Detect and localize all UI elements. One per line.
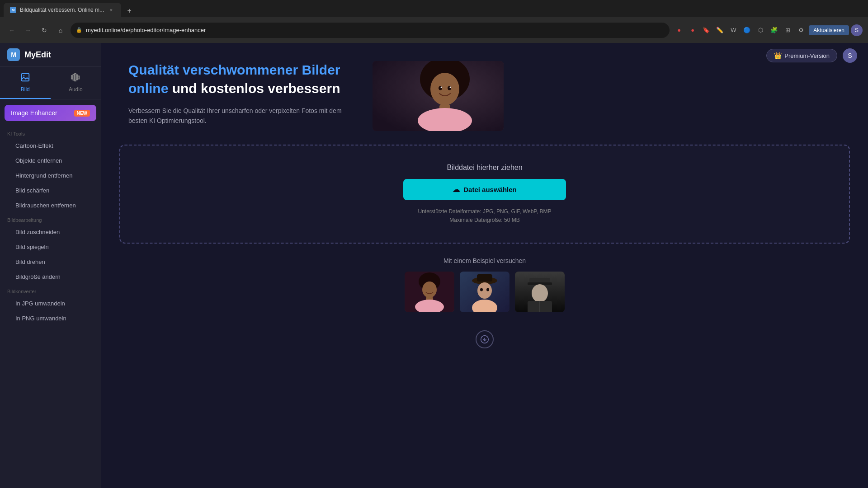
tab-favicon: M [10, 7, 16, 13]
svg-rect-4 [75, 74, 76, 81]
audio-icon [71, 72, 80, 84]
example-thumb-2[interactable] [460, 272, 509, 312]
svg-point-16 [450, 87, 451, 88]
sidebar: M MyEdit Bild [0, 43, 101, 488]
hero-image [373, 61, 504, 131]
sidebar-item-bild-schaerfen[interactable]: Bild schärfen [3, 183, 98, 197]
svg-rect-6 [78, 76, 80, 79]
tab-audio-label: Audio [69, 86, 83, 93]
svg-point-29 [486, 288, 489, 291]
image-enhancer-label: Image Enhancer [11, 109, 57, 117]
sidebar-item-bild-spiegeln[interactable]: Bild spiegeln [3, 240, 98, 254]
tab-title: Bildqualität verbessern. Online m... [20, 7, 104, 13]
example-thumbnails [405, 272, 565, 312]
upload-section: Bilddatei hierher ziehen ☁ Datei auswähl… [119, 145, 850, 244]
upload-button[interactable]: ☁ Datei auswählen [403, 179, 566, 200]
toolbar-icon-7[interactable]: ⬡ [755, 24, 766, 36]
image-enhancer-item[interactable]: Image Enhancer NEW [5, 105, 96, 121]
hero-title-rest: und kostenlos verbessern [172, 81, 340, 96]
hero-title-accent: online [128, 81, 168, 96]
sidebar-item-bildrauschen-entfernen[interactable]: Bildrauschen entfernen [3, 198, 98, 212]
sidebar-item-hintergrund-entfernen[interactable]: Hintergrund entfernen [3, 169, 98, 183]
toolbar-icon-2[interactable]: ● [687, 24, 698, 36]
toolbar-icon-5[interactable]: W [727, 24, 739, 36]
upload-area[interactable]: Bilddatei hierher ziehen ☁ Datei auswähl… [119, 145, 850, 244]
sidebar-item-in-png-umwandeln[interactable]: In PNG umwandeln [3, 311, 98, 325]
bild-icon [20, 72, 30, 84]
aktualisieren-button[interactable]: Aktualisieren [809, 25, 849, 35]
forward-button[interactable]: → [22, 24, 34, 37]
toolbar-icon-8[interactable]: 🧩 [768, 24, 780, 36]
svg-point-1 [23, 75, 24, 76]
tab-bild-label: Bild [21, 86, 30, 93]
ki-tools-section-label: KI Tools [0, 127, 101, 138]
main-content: 👑 Premium-Version S Qualität verschwomme… [101, 43, 868, 488]
sidebar-header: M MyEdit [0, 43, 101, 67]
toolbar-icon-6[interactable]: 🔵 [741, 24, 753, 36]
premium-label: Premium-Version [784, 52, 830, 59]
upload-icon: ☁ [453, 185, 460, 194]
sidebar-item-cartoon-effekt[interactable]: Cartoon-Effekt [3, 139, 98, 153]
example-thumb-3[interactable] [515, 272, 565, 312]
sidebar-item-bild-drehen[interactable]: Bild drehen [3, 255, 98, 269]
tab-close-button[interactable]: × [108, 6, 115, 14]
example-thumb-1[interactable] [405, 272, 454, 312]
upload-drag-text: Bilddatei hierher ziehen [447, 164, 522, 172]
svg-rect-25 [477, 274, 492, 282]
scroll-down-button[interactable] [476, 330, 494, 348]
svg-point-19 [422, 282, 437, 298]
sidebar-item-bildgroesse-aendern[interactable]: Bildgröße ändern [3, 270, 98, 284]
aktualisieren-label: Aktualisieren [813, 27, 844, 33]
crown-icon: 👑 [774, 52, 782, 59]
home-button[interactable]: ⌂ [54, 24, 67, 37]
refresh-button[interactable]: ↻ [38, 24, 51, 37]
scroll-down-icon [480, 335, 489, 344]
sidebar-item-bild-zuschneiden[interactable]: Bild zuschneiden [3, 225, 98, 239]
toolbar-icon-4[interactable]: ✏️ [714, 24, 726, 36]
hero-title: Qualität verschwommener Bilder online un… [128, 61, 354, 98]
lock-icon: 🔒 [76, 27, 82, 33]
svg-rect-3 [73, 75, 75, 80]
browser-chrome: M Bildqualität verbessern. Online m... ×… [0, 0, 868, 43]
toolbar-icon-10[interactable]: ⚙ [795, 24, 807, 36]
address-bar-row: ← → ↻ ⌂ 🔒 myedit.online/de/photo-editor/… [0, 17, 868, 43]
svg-point-10 [430, 73, 459, 105]
sidebar-item-objekte-entfernen[interactable]: Objekte entfernen [3, 154, 98, 168]
hero-section: Qualität verschwommener Bilder online un… [101, 43, 868, 145]
svg-point-15 [441, 87, 442, 88]
example-label: Mit einem Beispiel versuchen [443, 257, 526, 264]
toolbar-icon-9[interactable]: ⊞ [782, 24, 793, 36]
new-tab-button[interactable]: + [123, 5, 136, 17]
hero-description: Verbessern Sie die Qualität Ihrer unscha… [128, 106, 354, 126]
sidebar-item-in-jpg-umwandeln[interactable]: In JPG umwandeln [3, 296, 98, 310]
toolbar-icon-1[interactable]: ● [673, 24, 685, 36]
bildbearbeitung-section-label: Bildbearbeitung [0, 213, 101, 225]
sidebar-brand-name: MyEdit [24, 50, 51, 60]
new-badge: NEW [74, 110, 90, 117]
tab-bild[interactable]: Bild [0, 67, 51, 99]
svg-rect-2 [71, 75, 73, 79]
svg-point-28 [480, 288, 483, 291]
tab-bar: M Bildqualität verbessern. Online m... ×… [0, 0, 868, 17]
svg-point-26 [477, 282, 492, 299]
tab-audio[interactable]: Audio [51, 67, 101, 99]
toolbar-icon-3[interactable]: 🔖 [700, 24, 712, 36]
svg-point-34 [532, 284, 548, 302]
active-tab[interactable]: M Bildqualität verbessern. Online m... × [4, 3, 121, 17]
example-section: Mit einem Beispiel versuchen [101, 257, 868, 326]
hero-text: Qualität verschwommener Bilder online un… [128, 61, 354, 126]
svg-rect-0 [22, 74, 29, 81]
profile-avatar[interactable]: S [851, 24, 863, 36]
hero-image-svg [373, 61, 504, 131]
max-size: Maximale Dateigröße: 50 MB [418, 216, 552, 225]
address-bar[interactable]: 🔒 myedit.online/de/photo-editor/image-en… [71, 23, 670, 38]
back-button[interactable]: ← [5, 24, 18, 37]
bildkonverter-section-label: Bildkonverter [0, 284, 101, 296]
premium-button[interactable]: 👑 Premium-Version [766, 49, 837, 62]
svg-rect-5 [76, 75, 78, 80]
user-avatar[interactable]: S [843, 48, 857, 63]
upload-button-label: Datei auswählen [463, 186, 517, 193]
supported-formats: Unterstützte Dateiformate: JPG, PNG, GIF… [418, 207, 552, 216]
scroll-indicator [101, 326, 868, 353]
hero-title-line1: Qualität verschwommener Bilder [128, 62, 340, 77]
